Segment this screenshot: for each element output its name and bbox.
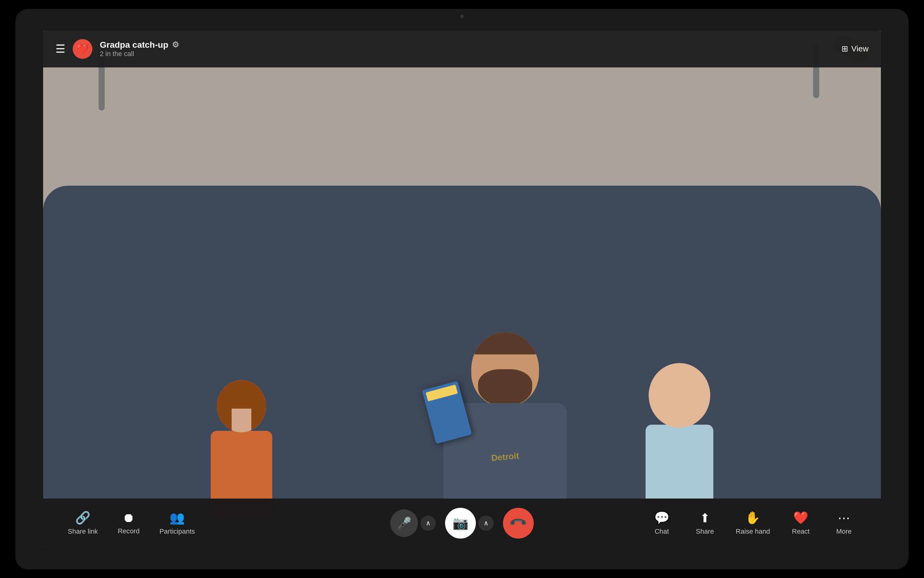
view-label: View [851,44,869,54]
baby-head [649,363,710,428]
call-subtitle: 2 in the call [100,50,179,58]
react-icon: ❤️ [793,511,809,525]
heart-icon: ❤️ [76,43,89,55]
mic-group: 🎤 ∧ [390,509,436,537]
share-icon: ⬆ [700,511,710,525]
more-icon: ⋯ [838,511,850,525]
participants-button[interactable]: 👥 Participants [159,511,195,536]
laptop-screen: Detroit ☰ ❤️ [43,31,881,548]
more-button[interactable]: ⋯ More [831,511,856,536]
top-bar-left: ☰ ❤️ Gradpa catch-up ⚙ 2 in the call [55,39,179,59]
chat-icon: 💬 [654,511,670,525]
toolbar-center: 🎤 ∧ 📷 ∧ 📞 [390,508,534,539]
react-label: React [792,528,809,536]
video-group: 📷 ∧ [445,508,494,539]
more-label: More [836,528,852,536]
phone-end-icon: 📞 [508,513,528,533]
video-area: Detroit [43,31,881,548]
share-link-label: Share link [68,528,98,536]
participants-label: Participants [159,528,195,536]
baby-body [646,425,713,498]
call-info: Gradpa catch-up ⚙ 2 in the call [100,40,179,58]
react-button[interactable]: ❤️ React [789,511,813,536]
chat-label: Chat [654,528,669,536]
video-chevron-icon: ∧ [484,519,489,527]
participants-icon: 👥 [169,511,185,525]
girl-person [211,380,272,517]
mic-chevron[interactable]: ∧ [421,515,436,531]
baby-person [646,363,713,498]
record-button[interactable]: ⏺ Record [117,511,141,535]
mic-chevron-icon: ∧ [425,519,430,527]
dad-head [471,332,539,406]
share-label: Share [696,528,714,536]
laptop-frame: Detroit ☰ ❤️ [15,9,909,569]
share-button[interactable]: ⬆ Share [693,511,717,536]
video-chevron[interactable]: ∧ [478,515,494,531]
end-call-button[interactable]: 📞 [497,501,540,545]
dad-hair [475,332,536,354]
call-title-text: Gradpa catch-up [100,40,168,50]
view-button[interactable]: ⊞ View [841,44,869,54]
raise-hand-label: Raise hand [736,528,770,536]
grid-icon: ⊞ [841,44,848,54]
girl-hair-right [251,396,266,432]
mic-icon: 🎤 [397,516,411,530]
video-button[interactable]: 📷 [445,508,476,539]
toolbar-right: 💬 Chat ⬆ Share ✋ Raise hand ❤️ React ⋯ [650,511,856,536]
dad-shirt-text: Detroit [491,451,520,463]
dad-beard [478,369,532,406]
girl-head [217,380,266,432]
gear-icon[interactable]: ⚙ [172,40,179,50]
video-feed: Detroit [43,31,881,548]
share-link-button[interactable]: 🔗 Share link [68,511,98,536]
share-link-icon: 🔗 [75,511,91,525]
top-bar: ☰ ❤️ Gradpa catch-up ⚙ 2 in the call ⊞ V… [43,31,881,67]
top-bar-right: ⊞ View [841,44,869,54]
girl-hair-left [217,396,232,432]
call-avatar: ❤️ [73,39,93,59]
mute-button[interactable]: 🎤 [390,509,418,537]
hamburger-icon[interactable]: ☰ [55,42,65,55]
toolbar-left: 🔗 Share link ⏺ Record 👥 Participants [68,511,195,536]
raise-hand-button[interactable]: ✋ Raise hand [736,511,770,536]
video-cam-icon: 📷 [453,515,468,531]
raise-hand-icon: ✋ [745,511,760,525]
bottom-toolbar: 🔗 Share link ⏺ Record 👥 Participants 🎤 [43,498,881,548]
record-icon: ⏺ [123,511,135,525]
webcam [460,15,464,18]
record-label: Record [118,527,140,535]
call-title: Gradpa catch-up ⚙ [100,40,179,50]
chat-button[interactable]: 💬 Chat [650,511,674,536]
